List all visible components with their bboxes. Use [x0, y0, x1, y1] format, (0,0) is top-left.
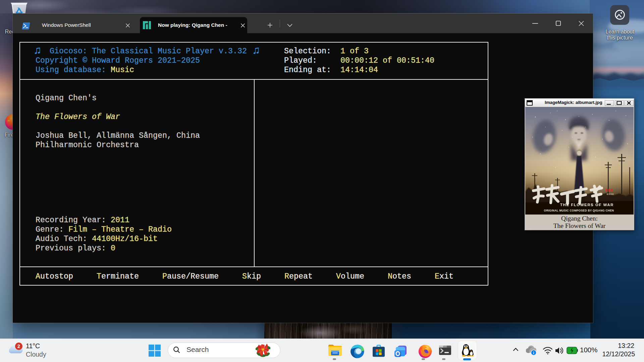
svg-text:2: 2 [17, 343, 20, 349]
svg-text:ORIGINAL MUSIC COMPOSED BY QIG: ORIGINAL MUSIC COMPOSED BY QIGANG CHEN [544, 209, 614, 212]
svg-text:THE FLOWERS OF WAR: THE FLOWERS OF WAR [560, 203, 614, 207]
